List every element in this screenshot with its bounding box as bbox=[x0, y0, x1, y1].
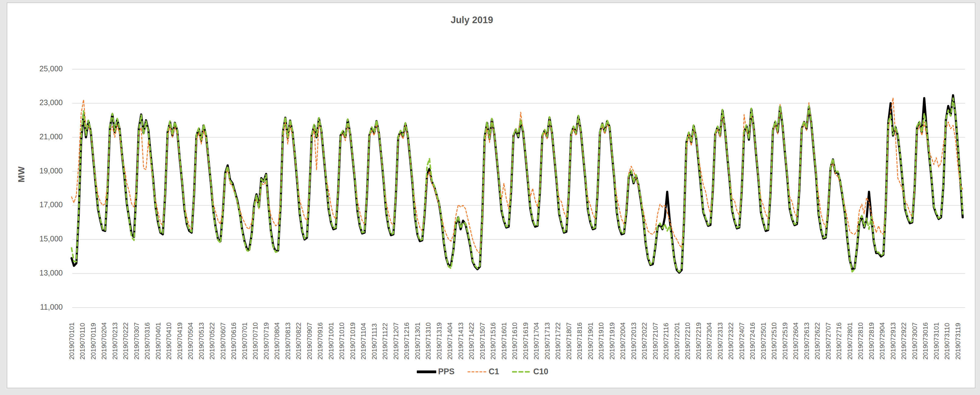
series-line-c10 bbox=[72, 98, 963, 272]
y-tick-label: 15,000 bbox=[40, 234, 63, 243]
x-tick-label: 2019071216 bbox=[403, 323, 410, 360]
x-tick-label: 2019072604 bbox=[792, 323, 799, 360]
x-tick-label: 2019070513 bbox=[197, 323, 205, 360]
x-tick-label: 2019072913 bbox=[889, 323, 897, 360]
x-tick-label: 2019072707 bbox=[824, 323, 832, 360]
x-tick-label: 2019071207 bbox=[392, 323, 400, 360]
x-tick-label: 2019070119 bbox=[89, 323, 97, 360]
x-tick-label: 2019073007 bbox=[911, 323, 918, 360]
series-line-pps bbox=[72, 95, 963, 273]
x-tick-label: 2019072810 bbox=[857, 323, 864, 360]
legend-item-c1: C1 bbox=[467, 367, 499, 376]
series-line-c1 bbox=[72, 98, 963, 253]
x-tick-label: 2019071019 bbox=[349, 323, 356, 360]
y-tick-label: 19,000 bbox=[40, 166, 63, 175]
x-tick-label: 2019072922 bbox=[900, 323, 908, 360]
x-tick-label: 2019071516 bbox=[489, 323, 497, 360]
x-tick-label: 2019072313 bbox=[716, 323, 724, 360]
x-tick-label: 2019070410 bbox=[165, 323, 173, 360]
x-tick-label: 2019072022 bbox=[641, 323, 648, 360]
x-tick-label: 2019071413 bbox=[457, 323, 465, 360]
x-tick-label: 2019071619 bbox=[522, 323, 530, 360]
y-tick-label: 21,000 bbox=[40, 132, 63, 141]
x-tick-label: 2019072116 bbox=[662, 323, 670, 360]
x-tick-label: 2019070710 bbox=[251, 323, 259, 360]
x-tick-label: 2019073101 bbox=[932, 323, 940, 360]
x-tick-label: 2019070316 bbox=[143, 323, 151, 360]
x-tick-label: 2019071113 bbox=[371, 323, 378, 360]
legend-label: C1 bbox=[488, 367, 499, 376]
x-tick-label: 2019070307 bbox=[133, 323, 140, 360]
x-tick-label: 2019072013 bbox=[630, 323, 638, 360]
x-tick-label: 2019071319 bbox=[435, 323, 443, 360]
x-tick-label: 2019071807 bbox=[565, 323, 573, 360]
legend-item-c10: C10 bbox=[512, 367, 549, 376]
x-tick-label: 2019073016 bbox=[921, 323, 929, 360]
x-tick-label: 2019070804 bbox=[273, 323, 281, 360]
legend-label: C10 bbox=[533, 367, 549, 376]
x-tick-label: 2019071601 bbox=[500, 323, 508, 360]
x-tick-label: 2019072819 bbox=[868, 323, 875, 360]
x-tick-label: 2019072322 bbox=[727, 323, 735, 360]
chart-plot-area: 25,00023,00021,00019,00017,00015,00013,0… bbox=[0, 0, 980, 395]
x-tick-label: 2019071404 bbox=[446, 323, 453, 360]
x-tick-label: 2019072219 bbox=[695, 323, 702, 360]
chart-page: July 2019 MW 25,00023,00021,00019,00017,… bbox=[0, 0, 980, 395]
x-tick-label: 2019071422 bbox=[468, 323, 475, 360]
x-tick-label: 2019070504 bbox=[187, 323, 194, 360]
x-tick-label: 2019070916 bbox=[316, 323, 324, 360]
x-tick-label: 2019071722 bbox=[554, 323, 562, 360]
legend-line-swatch-c1 bbox=[467, 370, 487, 374]
x-tick-label: 2019071104 bbox=[360, 323, 367, 360]
x-tick-label: 2019072004 bbox=[619, 323, 627, 360]
x-tick-label: 2019070101 bbox=[68, 323, 75, 360]
x-tick-label: 2019072510 bbox=[770, 323, 778, 360]
y-tick-label: 17,000 bbox=[40, 200, 63, 209]
legend-line-swatch-c10 bbox=[512, 370, 531, 374]
y-tick-label: 23,000 bbox=[40, 98, 63, 107]
x-tick-label: 2019072613 bbox=[803, 323, 810, 360]
x-tick-label: 2019071910 bbox=[597, 323, 605, 360]
x-tick-label: 2019071816 bbox=[576, 323, 583, 360]
x-tick-label: 2019070813 bbox=[284, 323, 292, 360]
x-tick-label: 2019071610 bbox=[511, 323, 519, 360]
x-tick-label: 2019071713 bbox=[543, 323, 551, 360]
x-tick-label: 2019071122 bbox=[381, 323, 389, 360]
x-tick-label: 2019070419 bbox=[176, 323, 184, 360]
x-tick-label: 2019073119 bbox=[954, 323, 962, 360]
x-tick-label: 2019070204 bbox=[100, 323, 108, 360]
x-tick-label: 2019071704 bbox=[533, 323, 540, 360]
y-tick-label: 11,000 bbox=[40, 303, 63, 311]
x-tick-label: 2019072622 bbox=[813, 323, 821, 360]
x-tick-label: 2019071001 bbox=[327, 323, 335, 360]
x-tick-label: 2019072407 bbox=[738, 323, 746, 360]
x-tick-label: 2019071507 bbox=[479, 323, 486, 360]
x-tick-label: 2019070607 bbox=[219, 323, 227, 360]
x-tick-label: 2019072107 bbox=[652, 323, 659, 360]
x-tick-label: 2019070822 bbox=[295, 323, 302, 360]
x-tick-label: 2019073110 bbox=[943, 323, 951, 360]
legend-line-swatch-pps bbox=[417, 370, 436, 374]
x-tick-label: 2019072904 bbox=[878, 323, 886, 360]
x-tick-label: 2019072201 bbox=[673, 323, 681, 360]
x-tick-label: 2019072501 bbox=[760, 323, 767, 360]
y-tick-label: 13,000 bbox=[40, 269, 63, 277]
x-tick-label: 2019072304 bbox=[705, 323, 713, 360]
x-tick-label: 2019072519 bbox=[781, 323, 789, 360]
x-tick-label: 2019072801 bbox=[846, 323, 854, 360]
x-tick-label: 2019070907 bbox=[305, 323, 313, 360]
x-tick-label: 2019070222 bbox=[122, 323, 129, 360]
x-tick-label: 2019070401 bbox=[154, 323, 162, 360]
x-tick-label: 2019071310 bbox=[425, 323, 432, 360]
x-tick-label: 2019070522 bbox=[208, 323, 216, 360]
legend-item-pps: PPS bbox=[417, 367, 455, 376]
chart-legend: PPSC1C10 bbox=[0, 367, 965, 376]
x-tick-label: 2019071301 bbox=[414, 323, 422, 360]
x-tick-label: 2019070719 bbox=[262, 323, 270, 360]
y-tick-label: 25,000 bbox=[40, 64, 63, 73]
x-tick-label: 2019072210 bbox=[684, 323, 691, 360]
x-tick-label: 2019071010 bbox=[338, 323, 345, 360]
x-tick-label: 2019071919 bbox=[608, 323, 616, 360]
x-tick-label: 2019071901 bbox=[587, 323, 594, 360]
legend-label: PPS bbox=[438, 367, 455, 376]
